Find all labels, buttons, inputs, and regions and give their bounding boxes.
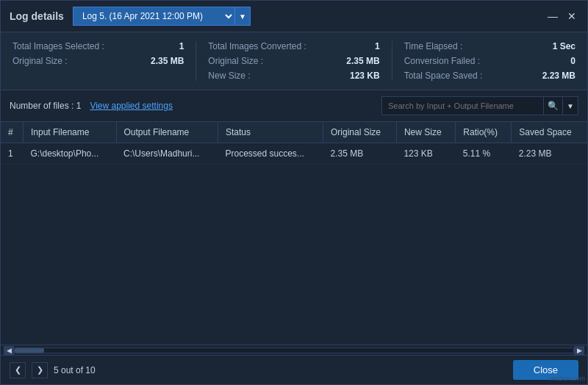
total-selected-value: 1 <box>179 41 184 51</box>
stat-row-new-size: New Size : 123 KB <box>208 71 379 81</box>
original-size-2-value: 2.35 MB <box>346 56 379 66</box>
stat-row-original-size-2: Original Size : 2.35 MB <box>208 56 379 66</box>
scrollbar-thumb <box>15 348 44 353</box>
total-space-saved-value: 2.23 MB <box>542 71 576 81</box>
col-header-original-size: Original Size <box>323 122 396 143</box>
bottom-bar: ❮ ❯ 5 out of 10 Close <box>1 355 587 384</box>
total-space-saved-label: Total Space Saved : <box>404 71 483 81</box>
stat-row-original-size-1: Original Size : 2.35 MB <box>12 56 184 66</box>
stat-row-conversion-failed: Conversion Failed : 0 <box>404 56 576 66</box>
window-controls: — ✕ <box>546 10 578 23</box>
title-bar: Log details Log 5. (16 Apr 2021 12:00 PM… <box>1 1 587 32</box>
col-header-num: # <box>1 122 24 143</box>
stats-col-1: Total Images Selected : 1 Original Size … <box>12 41 196 81</box>
search-button[interactable]: 🔍 <box>543 96 562 115</box>
col-header-ratio: Ratio(%) <box>456 122 512 143</box>
table-row: 1G:\desktop\Pho...C:\Users\Madhuri...Pro… <box>1 143 587 165</box>
table-cell-6: 5.11 % <box>456 143 512 165</box>
original-size-2-label: Original Size : <box>208 56 263 66</box>
log-dropdown[interactable]: Log 5. (16 Apr 2021 12:00 PM) <box>73 7 234 26</box>
stats-col-2: Total Images Converted : 1 Original Size… <box>196 41 392 81</box>
stats-section: Total Images Selected : 1 Original Size … <box>1 32 587 90</box>
table-cell-0: 1 <box>1 143 24 165</box>
conversion-failed-value: 0 <box>570 56 576 66</box>
search-wrapper: 🔍 ▼ <box>381 96 578 115</box>
col-header-output: Output Filename <box>116 122 218 143</box>
table-cell-1: G:\desktop\Pho... <box>24 143 117 165</box>
stat-row-total-selected: Total Images Selected : 1 <box>12 41 184 51</box>
conversion-failed-label: Conversion Failed : <box>404 56 480 66</box>
search-input[interactable] <box>381 96 543 115</box>
scroll-right-button[interactable]: ▶ <box>574 346 584 355</box>
main-window: Log details Log 5. (16 Apr 2021 12:00 PM… <box>0 0 588 385</box>
original-size-1-label: Original Size : <box>12 56 68 66</box>
stat-row-total-converted: Total Images Converted : 1 <box>208 41 379 51</box>
col-header-new-size: New Size <box>396 122 455 143</box>
toolbar-row: Number of files : 1 View applied setting… <box>1 90 587 122</box>
minimize-button[interactable]: — <box>546 10 559 23</box>
stat-row-total-space-saved: Total Space Saved : 2.23 MB <box>404 71 576 81</box>
view-settings-link[interactable]: View applied settings <box>90 101 173 111</box>
original-size-1-value: 2.35 MB <box>151 56 184 66</box>
log-dropdown-arrow[interactable]: ▼ <box>234 7 251 26</box>
total-converted-value: 1 <box>375 41 380 51</box>
log-dropdown-wrapper: Log 5. (16 Apr 2021 12:00 PM) ▼ <box>73 7 251 26</box>
search-icon: 🔍 <box>548 101 559 111</box>
page-info: 5 out of 10 <box>54 365 96 375</box>
col-header-status: Status <box>218 122 323 143</box>
total-converted-label: Total Images Converted : <box>208 41 306 51</box>
col-header-saved-space: Saved Space <box>512 122 587 143</box>
new-size-label: New Size : <box>208 71 250 81</box>
stat-row-time-elapsed: Time Elapsed : 1 Sec <box>404 41 576 51</box>
new-size-value: 123 KB <box>350 71 380 81</box>
file-count: Number of files : 1 <box>10 101 81 111</box>
table-cell-3: Processed succes... <box>218 143 323 165</box>
total-selected-label: Total Images Selected : <box>12 41 104 51</box>
search-dropdown-button[interactable]: ▼ <box>562 96 578 115</box>
col-header-input: Input Filename <box>24 122 117 143</box>
close-window-button[interactable]: ✕ <box>565 10 578 23</box>
horizontal-scrollbar: ◀ ▶ <box>1 345 587 355</box>
watermark: waSon.com <box>551 375 585 382</box>
table-header-row: # Input Filename Output Filename Status … <box>1 122 587 143</box>
time-elapsed-label: Time Elapsed : <box>404 41 463 51</box>
table-container: # Input Filename Output Filename Status … <box>1 122 587 345</box>
scrollbar-track[interactable] <box>14 348 574 353</box>
table-cell-5: 123 KB <box>396 143 455 165</box>
scroll-left-button[interactable]: ◀ <box>4 346 14 355</box>
time-elapsed-value: 1 Sec <box>553 41 576 51</box>
table-cell-7: 2.23 MB <box>512 143 587 165</box>
table-cell-4: 2.35 MB <box>323 143 396 165</box>
table-cell-2: C:\Users\Madhuri... <box>116 143 218 165</box>
results-table: # Input Filename Output Filename Status … <box>1 122 587 165</box>
prev-page-button[interactable]: ❮ <box>10 362 26 378</box>
next-page-button[interactable]: ❯ <box>32 362 48 378</box>
window-title: Log details <box>10 10 64 22</box>
stats-col-3: Time Elapsed : 1 Sec Conversion Failed :… <box>392 41 576 81</box>
